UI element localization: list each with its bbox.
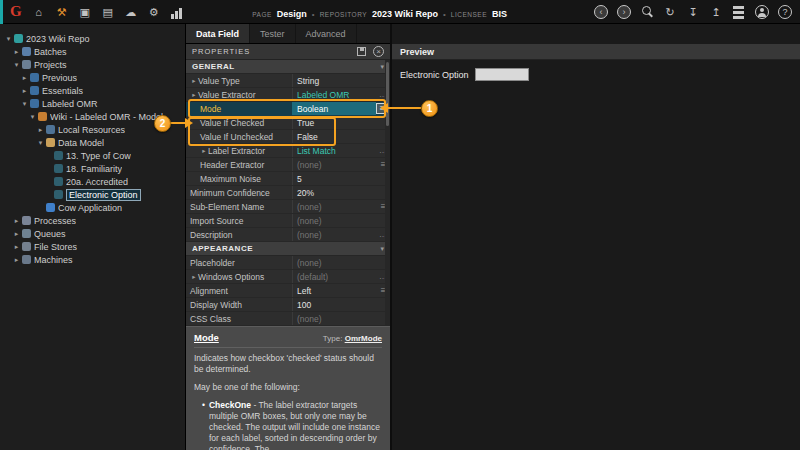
nav-forward-icon[interactable]: › bbox=[617, 5, 631, 19]
download-icon[interactable]: ↧ bbox=[686, 5, 700, 19]
cloud-upload-icon[interactable]: ☁ bbox=[124, 5, 138, 19]
tree-item-machines[interactable]: ▸Machines bbox=[0, 253, 185, 266]
preview-field-label: Electronic Option bbox=[400, 70, 469, 80]
property-value[interactable]: (none) bbox=[292, 256, 376, 269]
gears-icon[interactable]: ⚙ bbox=[147, 5, 161, 19]
property-row-value-type[interactable]: ▸Value TypeString bbox=[186, 74, 390, 88]
property-row-windows-options[interactable]: ▸Windows Options(default)… bbox=[186, 270, 390, 284]
home-icon[interactable]: ⌂ bbox=[32, 5, 46, 19]
tree-item-processes[interactable]: ▸Processes bbox=[0, 214, 185, 227]
expand-arrow-icon[interactable]: ▸ bbox=[12, 217, 21, 225]
repository-value[interactable]: 2023 Wiki Repo bbox=[372, 9, 438, 19]
property-row-minimum-confidence[interactable]: Minimum Confidence20% bbox=[186, 186, 390, 200]
help-bullet-item: CheckOne - The label extractor targets m… bbox=[194, 400, 382, 450]
briefcase-icon[interactable]: ▣ bbox=[78, 5, 92, 19]
machines-icon bbox=[22, 255, 31, 264]
database-icon[interactable] bbox=[732, 5, 746, 19]
property-row-maximum-noise[interactable]: Maximum Noise5 bbox=[186, 172, 390, 186]
expand-arrow-icon[interactable]: ▸ bbox=[20, 74, 29, 82]
section-header-appearance[interactable]: APPEARANCE▾ bbox=[186, 242, 390, 256]
tree-item-batches[interactable]: ▸Batches bbox=[0, 45, 185, 58]
collapse-arrow-icon[interactable]: ▾ bbox=[28, 113, 37, 121]
property-row-mode[interactable]: ModeBoolean≡ bbox=[186, 102, 390, 116]
tree-item-2023-wiki-repo[interactable]: ▾2023 Wiki Repo bbox=[0, 32, 185, 45]
collapse-arrow-icon[interactable]: ▾ bbox=[12, 61, 21, 69]
upload-icon[interactable]: ↥ bbox=[709, 5, 723, 19]
property-value[interactable]: (none) bbox=[292, 158, 376, 171]
property-value[interactable]: (none) bbox=[292, 312, 376, 325]
tree-item-labeled-omr[interactable]: ▾Labeled OMR bbox=[0, 97, 185, 110]
tree-item-essentials[interactable]: ▸Essentials bbox=[0, 84, 185, 97]
property-value[interactable]: (none) bbox=[292, 228, 376, 241]
expand-arrow-icon[interactable]: ▸ bbox=[190, 91, 198, 99]
help-type-link[interactable]: OmrMode bbox=[345, 334, 382, 343]
property-row-placeholder[interactable]: Placeholder(none) bbox=[186, 256, 390, 270]
property-row-header-extractor[interactable]: Header Extractor(none)≡ bbox=[186, 158, 390, 172]
property-value[interactable]: True bbox=[292, 116, 376, 129]
tab-advanced[interactable]: Advanced bbox=[296, 24, 357, 43]
property-value[interactable]: False bbox=[292, 130, 376, 143]
property-row-value-extractor[interactable]: ▸Value ExtractorLabeled OMR… bbox=[186, 88, 390, 102]
property-value[interactable]: (none) bbox=[292, 200, 376, 213]
expand-arrow-icon[interactable]: ▸ bbox=[12, 48, 21, 56]
close-icon[interactable]: × bbox=[373, 46, 384, 57]
collapse-arrow-icon[interactable]: ▾ bbox=[4, 35, 13, 43]
property-row-css-class[interactable]: CSS Class(none) bbox=[186, 312, 390, 326]
tree-item-previous[interactable]: ▸Previous bbox=[0, 71, 185, 84]
property-value[interactable]: (default) bbox=[292, 270, 376, 283]
disk-icon[interactable]: ▤ bbox=[101, 5, 115, 19]
property-row-display-width[interactable]: Display Width100 bbox=[186, 298, 390, 312]
user-icon[interactable] bbox=[755, 5, 769, 19]
property-row-value-if-checked[interactable]: Value If CheckedTrue bbox=[186, 116, 390, 130]
property-value[interactable]: 5 bbox=[292, 172, 376, 185]
help-icon[interactable]: ? bbox=[778, 5, 792, 19]
expand-arrow-icon[interactable]: ▸ bbox=[200, 147, 208, 155]
search-icon[interactable] bbox=[640, 5, 654, 19]
expand-arrow-icon[interactable]: ▸ bbox=[190, 273, 198, 281]
expand-arrow-icon[interactable]: ▸ bbox=[12, 256, 21, 264]
tree-item-label: Batches bbox=[34, 47, 67, 57]
grooper-logo[interactable]: G bbox=[10, 3, 22, 20]
tree-item-projects[interactable]: ▾Projects bbox=[0, 58, 185, 71]
expand-arrow-icon[interactable]: ▸ bbox=[190, 77, 198, 85]
tree-item-electronic-option[interactable]: Electronic Option bbox=[0, 188, 185, 201]
property-value[interactable]: (none) bbox=[292, 214, 376, 227]
property-row-description[interactable]: Description(none)… bbox=[186, 228, 390, 242]
page-value[interactable]: Design bbox=[277, 9, 307, 19]
section-header-general[interactable]: GENERAL▾ bbox=[186, 60, 390, 74]
property-row-sub-element-name[interactable]: Sub-Element Name(none)≡ bbox=[186, 200, 390, 214]
tree-item-13-type-of-cow[interactable]: 13. Type of Cow bbox=[0, 149, 185, 162]
scrollbar-thumb[interactable] bbox=[386, 62, 389, 126]
property-value[interactable]: 20% bbox=[292, 186, 376, 199]
bar-chart-icon[interactable] bbox=[170, 5, 184, 19]
save-icon[interactable] bbox=[357, 47, 366, 56]
collapse-arrow-icon[interactable]: ▾ bbox=[20, 100, 29, 108]
property-row-import-source[interactable]: Import Source(none) bbox=[186, 214, 390, 228]
property-value[interactable]: List Match bbox=[292, 144, 376, 157]
expand-arrow-icon[interactable]: ▸ bbox=[36, 126, 45, 134]
tree-item-queues[interactable]: ▸Queues bbox=[0, 227, 185, 240]
tab-data-field[interactable]: Data Field bbox=[186, 24, 250, 43]
expand-arrow-icon[interactable]: ▸ bbox=[12, 243, 21, 251]
preview-field-input[interactable] bbox=[475, 68, 529, 81]
property-row-label-extractor[interactable]: ▸Label ExtractorList Match… bbox=[186, 144, 390, 158]
collapse-arrow-icon[interactable]: ▾ bbox=[36, 139, 45, 147]
tree-item-cow-application[interactable]: Cow Application bbox=[0, 201, 185, 214]
refresh-icon[interactable]: ↻ bbox=[663, 5, 677, 19]
expand-arrow-icon[interactable]: ▸ bbox=[20, 87, 29, 95]
tree-item-data-model[interactable]: ▾Data Model bbox=[0, 136, 185, 149]
property-value[interactable]: Left bbox=[292, 284, 376, 297]
design-tools-icon[interactable]: ⚒ bbox=[55, 5, 69, 19]
expand-arrow-icon[interactable]: ▸ bbox=[12, 230, 21, 238]
tab-tester[interactable]: Tester bbox=[250, 24, 296, 43]
tree-item-file-stores[interactable]: ▸File Stores bbox=[0, 240, 185, 253]
property-value[interactable]: Boolean bbox=[292, 102, 376, 115]
property-value[interactable]: String bbox=[292, 74, 376, 87]
property-row-alignment[interactable]: AlignmentLeft≡ bbox=[186, 284, 390, 298]
nav-back-icon[interactable]: ‹ bbox=[594, 5, 608, 19]
tree-item-20a-accredited[interactable]: 20a. Accredited bbox=[0, 175, 185, 188]
tree-item-18-familiarity[interactable]: 18. Familiarity bbox=[0, 162, 185, 175]
property-row-value-if-unchecked[interactable]: Value If UncheckedFalse bbox=[186, 130, 390, 144]
property-value[interactable]: 100 bbox=[292, 298, 376, 311]
property-value[interactable]: Labeled OMR bbox=[292, 88, 376, 101]
